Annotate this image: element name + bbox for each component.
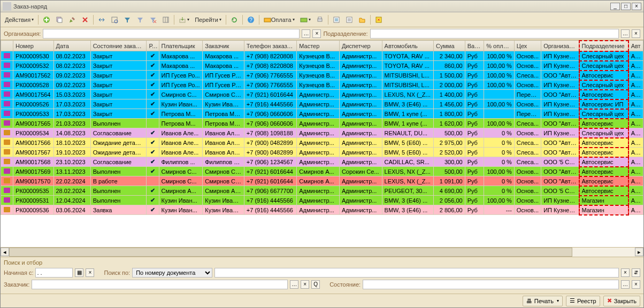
cell-phone: +7 (906) 0660606 [244,109,297,119]
scrollbar-thumb[interactable] [9,248,572,257]
add-button[interactable] [41,14,52,25]
sub-input[interactable] [370,29,619,38]
table-row[interactable]: АМ9001756719.10.2023Ожидание деталей✔Ива… [1,148,643,157]
cust-input[interactable] [32,280,288,289]
search-clear-button[interactable]: × [621,268,630,277]
help-button[interactable]: ? [245,14,257,25]
state-clear-button[interactable]: × [632,280,640,289]
search-text-input[interactable] [214,268,619,278]
column-header[interactable]: Состояние заказ-... [90,41,147,51]
table-row[interactable]: АМ9001757022.02.2024В работеСмирнов С...… [1,176,643,186]
state-input[interactable] [363,280,619,289]
cust-pick-button[interactable]: … [290,280,298,289]
column-header[interactable] [1,41,13,51]
move-button[interactable] [96,14,108,25]
cell-sum: 1 400,00 [433,90,465,99]
horizontal-scrollbar[interactable]: ◂ ▸ [1,247,643,257]
registry-button[interactable]: ☰Реестр [566,296,600,306]
cell-payer: ИП Гусев Ро... [159,80,203,90]
table-row[interactable]: РК0000953528.02.2024Выполнен✔Смирнов А..… [1,186,643,196]
cell-date: 28.02.2024 [53,186,90,196]
column-header[interactable]: Авт [628,41,643,51]
delete-button[interactable] [79,14,91,25]
cell-disp: Администр... [339,196,382,205]
scroll-right-button[interactable]: ▸ [635,248,643,256]
table-row[interactable]: АМ9001756209.02.2023Закрыт✔ИП Гусев Ро..… [1,71,643,80]
table-row[interactable]: АМ9001756521.03.2023ВыполненПетрова М...… [1,119,643,128]
filter-x-button[interactable] [147,14,159,25]
column-header[interactable]: Подразделение [579,41,628,51]
sub-clear-button[interactable]: × [632,29,640,38]
table-row[interactable]: АМ9001756415.03.2023Закрыт✔Смирнов С...С… [1,90,643,99]
filter-bar: Организация: … × Подразделение: … × [1,27,643,40]
table-row[interactable]: АМ9001756618.10.2023Ожидание деталей✔Ива… [1,138,643,148]
cell-master: Смирнов А... [297,167,340,176]
list2-button[interactable] [343,14,355,25]
table-row[interactable]: РК0000952809.02.2023Закрыт✔ИП Гусев Ро..… [1,80,643,90]
table-row[interactable]: РК0000953208.02.2023Закрыт✔Макарова ...М… [1,61,643,71]
column-header[interactable]: Номер [13,41,53,51]
column-header[interactable]: Р... [147,41,159,51]
print-button[interactable] [314,14,326,25]
pay-menu[interactable]: Оплата▾ [262,14,297,25]
column-header[interactable]: Мастер [297,41,340,51]
column-header[interactable]: Плательщик [159,41,203,51]
date-clear-button[interactable]: × [86,268,94,277]
column-header[interactable]: Организац... [541,41,579,51]
money-button[interactable]: ▾ [298,14,313,25]
data-grid[interactable]: НомерДатаСостояние заказ-...Р...Плательщ… [1,40,643,215]
org-pick-button[interactable]: … [302,29,310,38]
table-row[interactable]: АМ9001756913.11.2023Выполнен✔Смирнов С..… [1,167,643,176]
table-row[interactable]: РК0000953317.03.2023Закрыт✔Петрова М...П… [1,109,643,119]
cust-clear-button[interactable]: × [301,280,309,289]
column-header[interactable]: Телефон заказч... [244,41,297,51]
export-button[interactable]: ▾ [177,14,191,25]
table-row[interactable]: РК0000952617.03.2023Закрыт✔Кузин Иван...… [1,99,643,109]
table-row[interactable]: РК0000953112.04.2024Выполнен✔Кузин Иван.… [1,196,643,205]
close-footer-button[interactable]: ✖Закрыть [603,296,640,306]
state-pick-button[interactable]: … [621,280,630,289]
scroll-left-button[interactable]: ◂ [1,248,9,256]
date-picker-button[interactable]: ▦ [75,268,83,277]
cell-cust: Иванов Алек... [203,138,244,148]
org-input[interactable] [43,29,300,38]
cust-q-button[interactable]: Q [311,280,320,289]
sub-pick-button[interactable]: … [621,29,630,38]
folder-button[interactable] [356,14,368,25]
column-header[interactable]: Вал... [465,41,484,51]
cell-payer: Смирнов А... [159,186,203,196]
filter1-button[interactable] [109,14,120,25]
table-row[interactable]: РК0000953603.06.2024Заявка✔Кузин Иван...… [1,205,643,215]
column-header[interactable]: % оплат... [484,41,515,51]
column-header[interactable]: Цех [514,41,541,51]
edit-button[interactable] [66,14,78,25]
filter-funnel1-button[interactable] [121,14,133,25]
column-header[interactable]: Заказчик [203,41,244,51]
minimize-button[interactable]: _ [610,3,620,10]
table-row[interactable]: АМ9001756823.10.2023Согласование✔Филиппо… [1,157,643,167]
cell-ic [1,109,13,119]
table-row[interactable]: РК0000953008.02.2023Закрыт✔Макарова ...М… [1,51,643,61]
actions-menu[interactable]: Действия▾ [3,14,36,25]
table-row[interactable]: РК0000953414.08.2023Согласование✔Иванов … [1,128,643,138]
copy-button[interactable] [53,14,65,25]
maximize-button[interactable]: □ [621,3,631,10]
columns-button[interactable] [160,14,172,25]
search-toggle-button[interactable]: ⇵ [632,268,640,277]
column-header[interactable]: Автомобиль [382,41,433,51]
column-header[interactable]: Диспетчер [339,41,382,51]
cell-a: Адм [628,157,643,167]
print-footer-button[interactable]: 🖶Печать▾ [523,296,563,306]
filter-funnel2-button[interactable] [134,14,146,25]
searchby-select[interactable]: По номеру документа [132,268,212,278]
column-header[interactable]: Дата [53,41,90,51]
cell-sub: Автосервис [579,119,628,128]
close-window-button[interactable]: × [632,3,641,10]
list1-button[interactable] [331,14,342,25]
go-menu[interactable]: Перейти▾ [193,14,224,25]
column-header[interactable]: Сумма [433,41,465,51]
special-button[interactable] [373,14,385,25]
org-clear-button[interactable]: × [312,29,321,38]
start-date-input[interactable] [35,268,73,278]
refresh-button[interactable] [228,14,240,25]
